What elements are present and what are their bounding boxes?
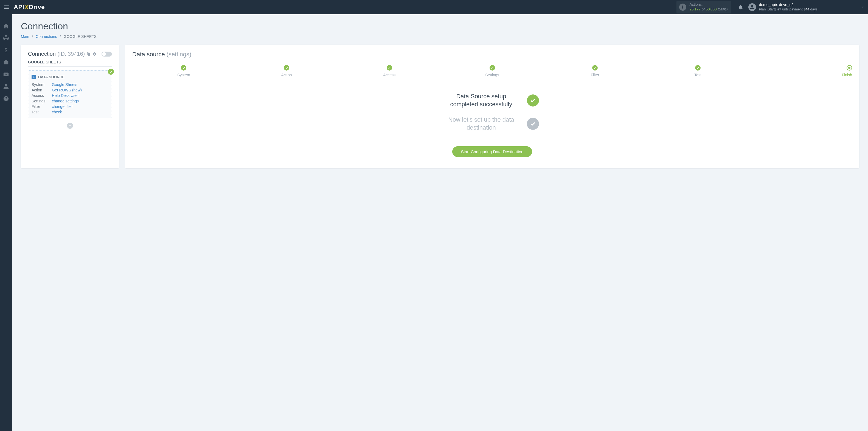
data-source-rows: SystemGoogle SheetsActionGet ROWS (new)A… (32, 82, 108, 114)
sidenav (0, 14, 12, 431)
step-dot-icon (284, 65, 289, 70)
data-source-box[interactable]: 1 DATA SOURCE SystemGoogle SheetsActionG… (28, 70, 112, 118)
actions-text: Actions: 25'177 of 50'000 (50%) (690, 2, 728, 12)
briefcase-icon[interactable] (3, 59, 9, 65)
row-key: System (32, 82, 52, 87)
profile-icon[interactable] (3, 84, 9, 90)
step-access[interactable]: Access (338, 65, 441, 77)
step-label: Filter (591, 73, 599, 77)
step-filter[interactable]: Filter (544, 65, 647, 77)
connection-id: (ID: 39416) (57, 51, 85, 57)
billing-icon[interactable] (3, 47, 9, 53)
gear-icon[interactable] (92, 52, 97, 56)
step-system[interactable]: System (132, 65, 235, 77)
data-source-title: 1 DATA SOURCE (32, 75, 108, 79)
row-value-link[interactable]: change settings (52, 99, 108, 103)
plan-line: Plan |Start| left until payment 344 days (759, 7, 817, 12)
breadcrumb-sep: / (30, 34, 35, 39)
home-icon[interactable] (3, 23, 9, 29)
step-dot-icon (490, 65, 495, 70)
connections-icon[interactable] (3, 35, 9, 41)
breadcrumb: Main / Connections / GOOGLE SHEETS (21, 34, 859, 39)
connection-subtitle: GOOGLE SHEETS (28, 60, 112, 67)
step-label: Settings (485, 73, 499, 77)
connection-header: Connection (ID: 39416) (28, 51, 112, 57)
step-label: Access (383, 73, 396, 77)
result-row-pending: Now let's set up the data destination (132, 116, 852, 131)
row-value-link[interactable]: Help Desk User (52, 93, 108, 98)
actions-total: 50'000 (706, 7, 717, 11)
menu-toggle-icon[interactable] (3, 4, 10, 10)
breadcrumb-sep: / (58, 34, 63, 39)
enable-toggle[interactable] (101, 52, 112, 57)
username: demo_apix-drive_s2 (759, 2, 817, 7)
start-destination-button[interactable]: Start Configuring Data Destination (452, 146, 532, 157)
step-label: System (177, 73, 190, 77)
step-finish[interactable]: Finish (749, 65, 852, 77)
row-key: Access (32, 93, 52, 98)
chevron-down-icon[interactable] (861, 5, 865, 9)
help-icon[interactable] (3, 95, 9, 101)
step-dot-icon (181, 65, 186, 70)
row-value-link[interactable]: check (52, 110, 108, 114)
result-done-text: Data Source setup completed successfully (446, 93, 517, 108)
brand-logo[interactable]: APIXDrive (14, 4, 45, 11)
brand-api: API (14, 4, 24, 11)
actions-of: of (702, 7, 705, 11)
check-circle-icon (527, 94, 539, 106)
info-icon: i (679, 4, 686, 11)
copy-icon[interactable] (87, 52, 91, 56)
result-pending-text: Now let's set up the data destination (446, 116, 517, 131)
wizard-title-main: Data source (132, 51, 165, 58)
bell-icon[interactable] (738, 4, 743, 10)
brand-x: X (24, 4, 29, 11)
step-action[interactable]: Action (235, 65, 338, 77)
step-dot-icon (387, 65, 392, 70)
data-source-wizard-card: Data source (settings) SystemActionAcces… (125, 45, 859, 168)
avatar-icon (748, 3, 756, 11)
row-key: Filter (32, 104, 52, 109)
source-badge-number: 1 (32, 75, 36, 79)
breadcrumb-connections[interactable]: Connections (36, 34, 57, 39)
page-title: Connection (21, 21, 859, 32)
result-block: Data Source setup completed successfully… (132, 93, 852, 157)
user-menu[interactable]: demo_apix-drive_s2 Plan |Start| left unt… (748, 2, 817, 11)
main-content: Connection Main / Connections / GOOGLE S… (12, 14, 868, 431)
wizard-title: Data source (settings) (132, 51, 852, 58)
step-label: Action (281, 73, 292, 77)
step-label: Finish (842, 73, 852, 77)
row-key: Settings (32, 99, 52, 103)
row-value-link[interactable]: Google Sheets (52, 82, 108, 87)
breadcrumb-main[interactable]: Main (21, 34, 29, 39)
step-test[interactable]: Test (647, 65, 749, 77)
source-title-text: DATA SOURCE (38, 75, 65, 79)
topbar: APIXDrive i Actions: 25'177 of 50'000 (5… (0, 0, 868, 14)
connection-header-label: Connection (28, 51, 56, 57)
actions-counter[interactable]: i Actions: 25'177 of 50'000 (50%) (677, 1, 732, 13)
step-dot-icon (695, 65, 701, 70)
video-icon[interactable] (3, 71, 9, 78)
add-source-button[interactable]: + (67, 123, 73, 129)
actions-used: 25'177 (690, 7, 701, 11)
step-dot-icon (846, 65, 852, 70)
row-value-link[interactable]: Get ROWS (new) (52, 88, 108, 92)
stepper: SystemActionAccessSettingsFilterTestFini… (132, 65, 852, 77)
step-dot-icon (592, 65, 598, 70)
check-circle-icon (527, 118, 539, 130)
check-icon (108, 69, 114, 75)
brand-drive: Drive (29, 4, 45, 11)
row-key: Test (32, 110, 52, 114)
row-key: Action (32, 88, 52, 92)
wizard-title-sub: (settings) (166, 51, 191, 58)
row-value-link[interactable]: change filter (52, 104, 108, 109)
step-settings[interactable]: Settings (441, 65, 544, 77)
actions-pct: (50%) (718, 7, 727, 11)
result-row-done: Data Source setup completed successfully (132, 93, 852, 108)
actions-label: Actions: (690, 2, 728, 7)
connection-card: Connection (ID: 39416) GOOGLE SHEETS 1 D… (21, 45, 119, 168)
step-label: Test (694, 73, 702, 77)
breadcrumb-current: GOOGLE SHEETS (64, 34, 97, 39)
user-lines: demo_apix-drive_s2 Plan |Start| left unt… (759, 2, 817, 11)
